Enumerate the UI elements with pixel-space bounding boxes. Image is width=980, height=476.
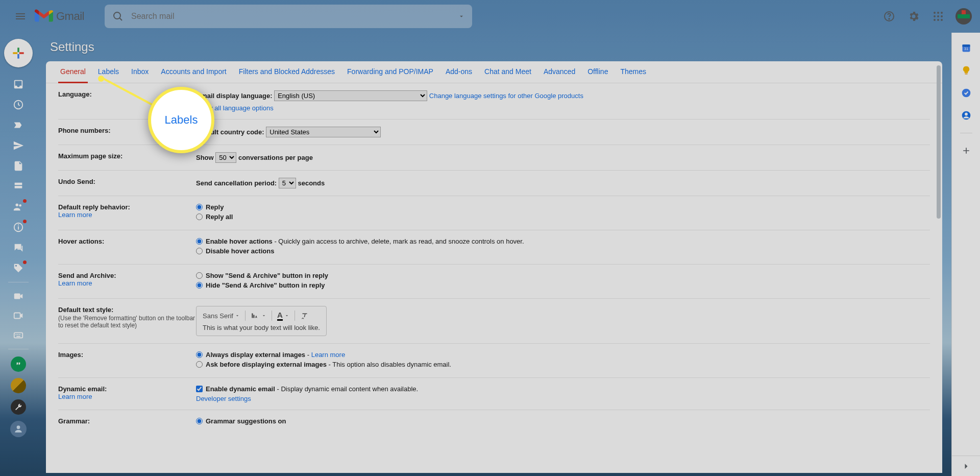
archive-show-label: Show "Send & Archive" button in reply [206,272,328,279]
row-hover: Hover actions: Enable hover actions - Qu… [58,230,930,265]
keyboard-shortcut[interactable] [12,328,25,342]
search-options-icon[interactable] [458,13,465,20]
reply-single-radio[interactable] [196,204,203,210]
svg-rect-28 [16,336,20,337]
archive-hide-radio[interactable] [196,282,203,289]
label-reply: Default reply behavior: [58,203,130,211]
dynamic-enable-checkbox[interactable] [196,386,203,392]
account-avatar[interactable] [955,8,972,25]
nav-important[interactable] [12,118,25,132]
nav-promotions[interactable] [12,261,25,275]
developer-settings-link[interactable]: Developer settings [196,395,251,402]
nav-drafts[interactable] [12,159,25,173]
video-join-icon [13,310,24,321]
tasks-addon-icon[interactable] [961,88,971,98]
images-always-radio[interactable] [196,351,203,358]
help-icon [883,10,895,22]
scrollbar[interactable] [937,65,941,219]
svg-rect-23 [14,313,20,319]
images-ask-label: Ask before displaying external images [206,361,327,368]
tab-addons[interactable]: Add-ons [444,61,474,83]
archive-hide-label: Hide "Send & Archive" button in reply [206,281,325,289]
hamburger-icon [14,10,27,22]
keep-addon-icon[interactable] [961,65,971,76]
search-icon [112,10,124,22]
row-send-archive: Send and Archive: Learn more Show "Send … [58,265,930,299]
dynamic-learn-more[interactable]: Learn more [58,393,92,400]
archive-show-radio[interactable] [196,272,203,279]
label-page-size: Maximum page size: [58,152,122,160]
nav-forums[interactable] [12,241,25,254]
reply-learn-more[interactable]: Learn more [58,211,92,219]
nav-categories[interactable] [12,180,25,193]
person-icon [13,424,23,434]
archive-learn-more[interactable]: Learn more [58,279,92,287]
svg-point-7 [934,15,936,17]
language-select[interactable]: English (US) [274,90,427,101]
label-textstyle: Default text style: [58,306,113,314]
undo-period-select[interactable]: 5 [279,178,296,188]
hangouts-user-avatar[interactable] [10,421,27,437]
meet-join[interactable] [12,309,25,322]
nav-snoozed[interactable] [12,98,25,111]
search-input[interactable] [124,12,458,21]
tab-offline[interactable]: Offline [585,61,610,83]
page-size-select[interactable]: 50 [215,152,236,163]
calendar-addon-icon[interactable]: 31 [961,43,971,53]
compose-button[interactable] [4,39,33,67]
clear-format-icon [300,311,309,320]
tab-inbox[interactable]: Inbox [129,61,151,83]
images-ask-radio[interactable] [196,361,203,368]
tab-themes[interactable]: Themes [618,61,648,83]
gmail-logo[interactable]: Gmail [35,9,84,23]
reply-all-radio[interactable] [196,213,203,220]
nav-sent[interactable] [12,139,25,152]
search-bar[interactable] [105,5,472,28]
support-button[interactable] [879,6,899,27]
meet-new[interactable] [12,290,25,303]
change-language-link[interactable]: Change language settings for other Googl… [429,92,583,100]
svg-point-4 [934,12,936,14]
plus-multicolor-icon [10,45,27,61]
hover-enable-radio[interactable] [196,238,203,245]
tab-filters[interactable]: Filters and Blocked Addresses [237,61,337,83]
grammar-on-radio[interactable] [196,418,203,424]
hover-disable-radio[interactable] [196,248,203,254]
remove-formatting-button[interactable] [300,311,309,320]
hangouts-contact-2[interactable] [11,399,26,415]
nav-social[interactable] [12,200,25,213]
nav-inbox[interactable] [12,78,25,91]
nav-items [12,78,25,275]
clock-icon [13,99,24,110]
label-dynamic: Dynamic email: [58,385,107,393]
tab-chat[interactable]: Chat and Meet [482,61,533,83]
apps-button[interactable] [928,6,948,27]
country-code-select[interactable]: United States [266,127,381,137]
reply-single-label: Reply [206,203,224,211]
hangouts-status[interactable] [11,356,26,372]
hangouts-section [10,356,27,437]
tab-general[interactable]: General [58,61,88,83]
get-addons-icon[interactable] [961,146,971,156]
contacts-addon-icon[interactable] [961,110,971,121]
meet-chat-section [12,290,25,342]
font-family-dropdown[interactable]: Sans Serif [203,312,240,320]
hover-enable-label: Enable hover actions [206,237,273,245]
left-nav [0,33,37,476]
nav-updates[interactable] [12,221,25,234]
main-menu-button[interactable] [8,4,33,29]
keyboard-icon [13,329,24,341]
text-color-dropdown[interactable]: A [277,311,289,321]
hangouts-contact-1[interactable] [11,378,26,393]
stack-icon [13,181,24,192]
font-size-dropdown[interactable] [251,311,266,320]
settings-button[interactable] [903,6,924,27]
row-grammar: Grammar: Grammar suggestions on [58,410,930,434]
svg-point-17 [19,204,21,207]
tab-forwarding[interactable]: Forwarding and POP/IMAP [345,61,435,83]
svg-rect-24 [14,332,23,338]
tab-advanced[interactable]: Advanced [542,61,577,83]
side-panel-toggle[interactable] [952,456,980,476]
tab-accounts[interactable]: Accounts and Import [159,61,228,83]
images-learn-more[interactable]: Learn more [311,351,345,359]
